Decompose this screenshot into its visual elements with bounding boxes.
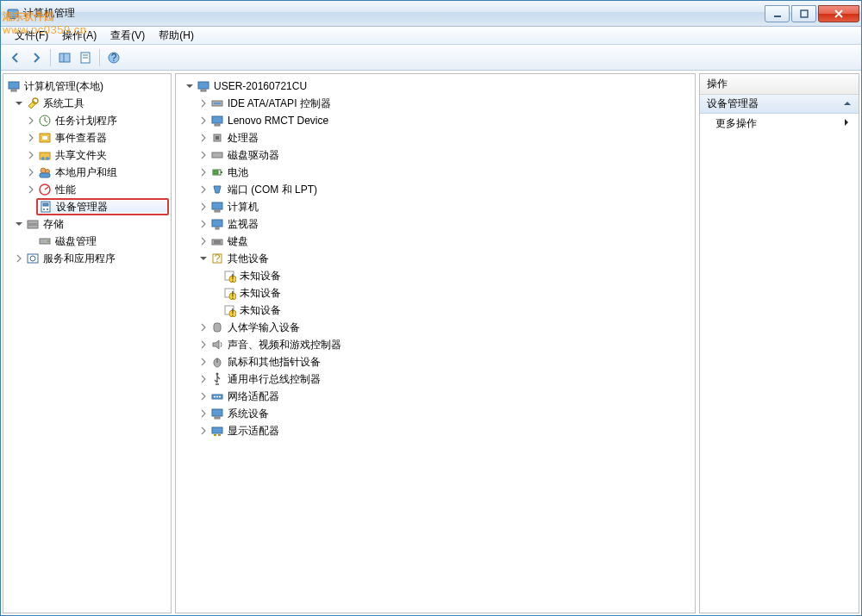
close-button[interactable] bbox=[818, 5, 859, 22]
expand-icon[interactable] bbox=[198, 391, 209, 401]
device-battery[interactable]: 电池 bbox=[178, 164, 693, 181]
device-label: 监视器 bbox=[228, 217, 259, 232]
expand-icon[interactable] bbox=[198, 115, 209, 126]
expand-icon[interactable] bbox=[198, 408, 209, 419]
svg-rect-48 bbox=[212, 220, 222, 227]
wrench-icon bbox=[26, 96, 40, 110]
tree-root[interactable]: 计算机管理(本地) bbox=[5, 78, 169, 95]
minimize-button[interactable] bbox=[765, 5, 790, 22]
expand-icon[interactable] bbox=[198, 322, 209, 333]
tree-label: 磁盘管理 bbox=[55, 234, 97, 249]
tree-shared-folders[interactable]: 共享文件夹 bbox=[5, 146, 169, 164]
menu-action[interactable]: 操作(A) bbox=[55, 27, 103, 45]
device-label: 未知设备 bbox=[240, 303, 281, 318]
device-computer[interactable]: 计算机 bbox=[178, 198, 693, 215]
event-viewer-icon bbox=[38, 131, 52, 145]
actions-section[interactable]: 设备管理器 bbox=[700, 95, 859, 114]
collapse-icon[interactable] bbox=[14, 98, 24, 109]
expand-icon[interactable] bbox=[26, 115, 36, 126]
expand-icon[interactable] bbox=[198, 374, 209, 384]
device-processor[interactable]: 处理器 bbox=[178, 129, 693, 146]
device-disk[interactable]: 磁盘驱动器 bbox=[178, 146, 693, 164]
expand-icon[interactable] bbox=[198, 236, 209, 246]
properties-button[interactable] bbox=[76, 48, 95, 67]
expand-icon[interactable] bbox=[198, 202, 209, 212]
device-display[interactable]: 显示适配器 bbox=[178, 422, 693, 439]
device-label: 计算机 bbox=[228, 200, 259, 215]
collapse-icon[interactable] bbox=[184, 81, 195, 91]
menubar: 文件(F) 操作(A) 查看(V) 帮助(H) bbox=[1, 27, 861, 45]
titlebar[interactable]: 计算机管理 bbox=[1, 1, 861, 27]
expand-icon[interactable] bbox=[26, 133, 36, 143]
device-usb[interactable]: 通用串行总线控制器 bbox=[178, 370, 693, 388]
view-toggle-button[interactable] bbox=[55, 48, 74, 67]
svg-point-71 bbox=[219, 396, 221, 398]
help-button[interactable]: ? bbox=[104, 48, 123, 67]
expand-icon[interactable] bbox=[198, 339, 209, 350]
expand-icon[interactable] bbox=[14, 253, 24, 264]
device-hid[interactable]: 人体学输入设备 bbox=[178, 319, 693, 336]
more-actions[interactable]: 更多操作 bbox=[700, 114, 859, 133]
device-sound[interactable]: 声音、视频和游戏控制器 bbox=[178, 336, 693, 353]
tree-disk-mgmt[interactable]: 磁盘管理 bbox=[5, 233, 169, 250]
device-network[interactable]: 网络适配器 bbox=[178, 388, 693, 405]
expand-icon[interactable] bbox=[198, 150, 209, 160]
device-unknown[interactable]: ! 未知设备 bbox=[178, 302, 693, 319]
device-mouse[interactable]: 鼠标和其他指针设备 bbox=[178, 353, 693, 370]
shared-folder-icon bbox=[38, 148, 52, 162]
device-label: 键盘 bbox=[228, 234, 248, 249]
device-unknown[interactable]: ! 未知设备 bbox=[178, 284, 693, 302]
menu-view[interactable]: 查看(V) bbox=[103, 27, 152, 45]
tree-root-label: 计算机管理(本地) bbox=[24, 79, 103, 94]
expand-icon[interactable] bbox=[198, 219, 209, 229]
device-other[interactable]: ? 其他设备 bbox=[178, 250, 693, 267]
tree-local-users[interactable]: 本地用户和组 bbox=[5, 164, 169, 181]
expand-icon[interactable] bbox=[198, 184, 209, 195]
menu-file[interactable]: 文件(F) bbox=[8, 27, 55, 45]
tree-label: 系统工具 bbox=[43, 96, 84, 111]
tree-system-tools[interactable]: 系统工具 bbox=[5, 95, 169, 112]
tree-event-viewer[interactable]: 事件查看器 bbox=[5, 129, 169, 146]
device-root[interactable]: USER-20160721CU bbox=[178, 78, 693, 95]
window-controls bbox=[763, 5, 859, 22]
expand-icon[interactable] bbox=[26, 167, 36, 177]
expand-icon[interactable] bbox=[198, 98, 209, 109]
device-unknown[interactable]: ! 未知设备 bbox=[178, 267, 693, 284]
device-label: 处理器 bbox=[228, 131, 259, 146]
device-system[interactable]: 系统设备 bbox=[178, 405, 693, 422]
forward-button[interactable] bbox=[27, 48, 46, 67]
device-monitor[interactable]: 监视器 bbox=[178, 215, 693, 233]
svg-point-19 bbox=[46, 157, 49, 160]
expand-icon[interactable] bbox=[26, 184, 36, 195]
device-ide[interactable]: IDE ATA/ATAPI 控制器 bbox=[178, 95, 693, 112]
tree-services-apps[interactable]: 服务和应用程序 bbox=[5, 250, 169, 267]
expand-icon[interactable] bbox=[26, 150, 36, 160]
maximize-button[interactable] bbox=[791, 5, 816, 22]
other-devices-icon: ? bbox=[210, 252, 224, 265]
unknown-device-icon: ! bbox=[222, 286, 236, 300]
console-tree-panel: 计算机管理(本地) 系统工具 任务计划程序 事件查看器 bbox=[3, 73, 172, 613]
device-lenovo[interactable]: Lenovo RMCT Device bbox=[178, 112, 693, 129]
device-keyboard[interactable]: 键盘 bbox=[178, 233, 693, 250]
device-ports[interactable]: 端口 (COM 和 LPT) bbox=[178, 181, 693, 198]
back-button[interactable] bbox=[6, 48, 25, 67]
expand-icon[interactable] bbox=[198, 426, 209, 436]
unknown-device-icon: ! bbox=[222, 269, 236, 283]
svg-text:!: ! bbox=[231, 272, 234, 283]
tree-task-scheduler[interactable]: 任务计划程序 bbox=[5, 112, 169, 129]
performance-icon bbox=[38, 183, 52, 196]
svg-rect-0 bbox=[8, 9, 18, 17]
actions-header: 操作 bbox=[700, 74, 859, 95]
collapse-icon[interactable] bbox=[198, 253, 209, 264]
expand-icon[interactable] bbox=[198, 357, 209, 367]
collapse-icon[interactable] bbox=[14, 219, 24, 229]
lenovo-device-icon bbox=[210, 114, 224, 128]
battery-icon bbox=[210, 165, 224, 179]
tree-storage[interactable]: 存储 bbox=[5, 215, 169, 233]
expand-icon[interactable] bbox=[198, 167, 209, 177]
tree-performance[interactable]: 性能 bbox=[5, 181, 169, 198]
menu-help[interactable]: 帮助(H) bbox=[152, 27, 201, 45]
expand-icon[interactable] bbox=[198, 133, 209, 143]
tree-device-manager[interactable]: 设备管理器 bbox=[36, 198, 169, 215]
disk-mgmt-icon bbox=[38, 234, 52, 248]
